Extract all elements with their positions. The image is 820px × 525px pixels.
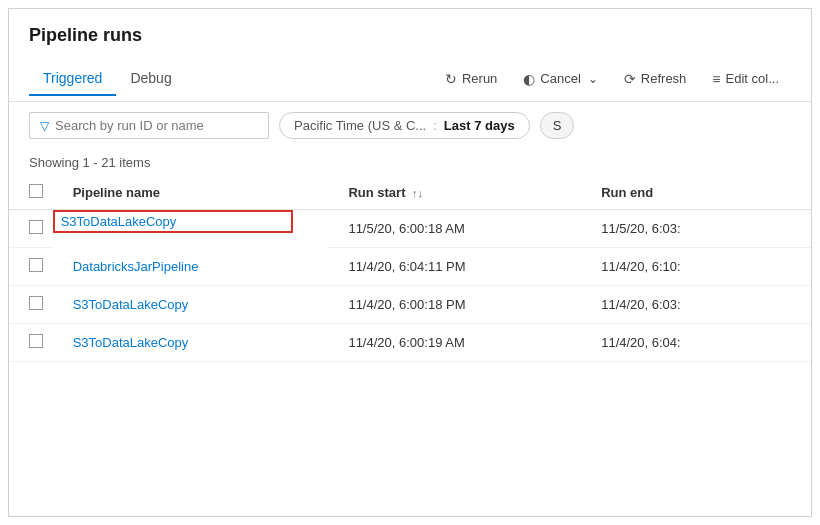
run-start-cell: 11/4/20, 6:00:18 PM xyxy=(328,286,581,324)
run-start-cell: 11/4/20, 6:00:19 AM xyxy=(328,324,581,362)
row-checkbox[interactable] xyxy=(29,334,43,348)
run-start-cell: 11/5/20, 6:00:18 AM xyxy=(328,210,581,248)
sort-icon: ↑↓ xyxy=(412,187,423,199)
table-row: S3ToDataLakeCopy 11/4/20, 6:00:19 AM 11/… xyxy=(9,324,811,362)
refresh-button[interactable]: ⟳ Refresh xyxy=(612,65,699,93)
cancel-icon: ◐ xyxy=(523,71,535,87)
row-checkbox[interactable] xyxy=(29,220,43,234)
toolbar-actions: ↻ Rerun ◐ Cancel ⟳ Refresh ≡ Edit col... xyxy=(433,65,791,93)
header-run-end: Run end xyxy=(581,176,811,210)
columns-icon: ≡ xyxy=(712,71,720,87)
search-input[interactable] xyxy=(55,118,258,133)
pipeline-name-cell: S3ToDataLakeCopy xyxy=(53,324,329,362)
row-checkbox[interactable] xyxy=(29,258,43,272)
table-wrapper: Pipeline name Run start ↑↓ Run end xyxy=(9,176,811,362)
run-end-cell: 11/4/20, 6:10: xyxy=(581,248,811,286)
row-checkbox-cell xyxy=(9,286,53,324)
edit-columns-button[interactable]: ≡ Edit col... xyxy=(700,65,791,93)
period-label: Last 7 days xyxy=(444,118,515,133)
status-filter-label: S xyxy=(553,118,562,133)
pipeline-name-cell: S3ToDataLakeCopy xyxy=(53,210,293,233)
run-end-cell: 11/4/20, 6:04: xyxy=(581,324,811,362)
table-header-row: Pipeline name Run start ↑↓ Run end xyxy=(9,176,811,210)
header-pipeline-name: Pipeline name xyxy=(53,176,329,210)
refresh-icon: ⟳ xyxy=(624,71,636,87)
rerun-button[interactable]: ↻ Rerun xyxy=(433,65,509,93)
row-checkbox-cell xyxy=(9,210,53,248)
filters-row: ▽ Pacific Time (US & C... : Last 7 days … xyxy=(9,102,811,149)
status-filter[interactable]: S xyxy=(540,112,575,139)
cancel-button[interactable]: ◐ Cancel xyxy=(511,65,609,93)
rerun-icon: ↻ xyxy=(445,71,457,87)
showing-text: Showing 1 - 21 items xyxy=(9,149,811,176)
row-checkbox-cell xyxy=(9,324,53,362)
run-end-cell: 11/5/20, 6:03: xyxy=(581,210,811,248)
timezone-label: Pacific Time (US & C... xyxy=(294,118,426,133)
pipeline-runs-table: Pipeline name Run start ↑↓ Run end xyxy=(9,176,811,362)
row-checkbox[interactable] xyxy=(29,296,43,310)
header-checkbox-col xyxy=(9,176,53,210)
table-row: DatabricksJarPipeline 11/4/20, 6:04:11 P… xyxy=(9,248,811,286)
pipeline-name-cell: DatabricksJarPipeline xyxy=(53,248,329,286)
pipeline-name-cell: S3ToDataLakeCopy xyxy=(53,286,329,324)
search-box[interactable]: ▽ xyxy=(29,112,269,139)
row-checkbox-cell xyxy=(9,248,53,286)
pipeline-link[interactable]: S3ToDataLakeCopy xyxy=(73,297,189,312)
table-row: S3ToDataLakeCopy 11/5/20, 6:00:18 AM 11/… xyxy=(9,210,811,248)
pipeline-link[interactable]: DatabricksJarPipeline xyxy=(73,259,199,274)
filter-icon: ▽ xyxy=(40,119,49,133)
toolbar: Triggered Debug ↻ Rerun ◐ Cancel ⟳ Refre… xyxy=(9,56,811,102)
page-title: Pipeline runs xyxy=(9,9,811,56)
tab-triggered[interactable]: Triggered xyxy=(29,62,116,96)
header-run-start[interactable]: Run start ↑↓ xyxy=(328,176,581,210)
pipeline-link[interactable]: S3ToDataLakeCopy xyxy=(73,335,189,350)
run-end-cell: 11/4/20, 6:03: xyxy=(581,286,811,324)
select-all-checkbox[interactable] xyxy=(29,184,43,198)
time-filter[interactable]: Pacific Time (US & C... : Last 7 days xyxy=(279,112,530,139)
pipeline-link[interactable]: S3ToDataLakeCopy xyxy=(61,214,177,229)
table-row: S3ToDataLakeCopy 11/4/20, 6:00:18 PM 11/… xyxy=(9,286,811,324)
tab-debug[interactable]: Debug xyxy=(116,62,185,96)
run-start-cell: 11/4/20, 6:04:11 PM xyxy=(328,248,581,286)
